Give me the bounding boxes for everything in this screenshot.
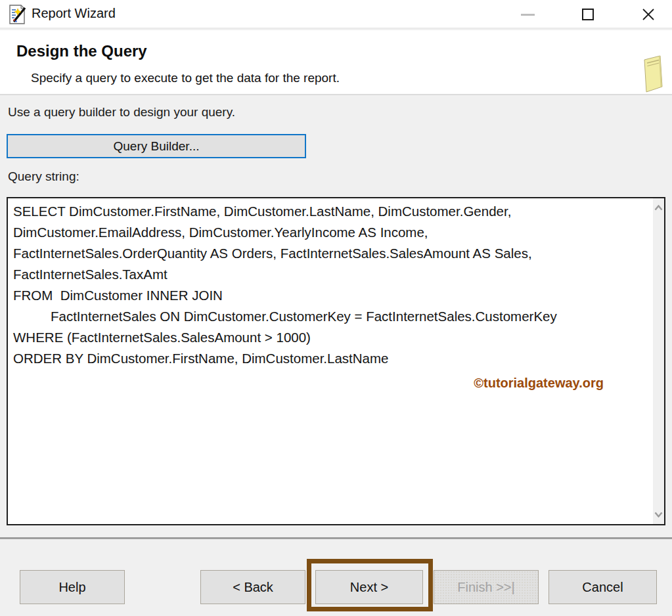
back-button[interactable]: < Back (200, 570, 305, 604)
wizard-header: Design the Query Specify a query to exec… (0, 30, 672, 95)
maximize-button[interactable] (573, 0, 603, 29)
scroll-down-button[interactable] (653, 509, 664, 520)
scroll-up-button[interactable] (653, 202, 664, 213)
window-title: Report Wizard (32, 6, 116, 21)
page-title: Design the Query (16, 42, 147, 60)
help-button[interactable]: Help (20, 570, 125, 604)
query-string-label: Query string: (8, 169, 79, 184)
minimize-button[interactable] (512, 0, 543, 29)
vertical-scrollbar[interactable] (653, 198, 664, 524)
scroll-down-icon (654, 512, 663, 517)
page-subtitle: Specify a query to execute to get the da… (31, 71, 340, 85)
minimize-icon (521, 14, 535, 16)
query-builder-button[interactable]: Query Builder... (7, 134, 306, 158)
query-string-textarea[interactable]: SELECT DimCustomer.FirstName, DimCustome… (7, 197, 665, 525)
footer-separator (0, 537, 672, 539)
scroll-up-icon (654, 205, 663, 211)
report-wizard-app-icon (7, 4, 28, 25)
maximize-icon (582, 9, 594, 20)
close-button[interactable] (633, 0, 663, 29)
watermark-text: ©tutorialgateway.org (474, 376, 604, 391)
cancel-button[interactable]: Cancel (549, 570, 657, 604)
report-wizard-window: Report Wizard Design the Query Specify a… (0, 0, 672, 616)
titlebar: Report Wizard (0, 0, 672, 29)
builder-instruction-label: Use a query builder to design your query… (8, 105, 235, 120)
next-button[interactable]: Next > (315, 570, 423, 604)
report-document-icon (637, 54, 666, 93)
close-icon (641, 7, 656, 22)
query-sql-text[interactable]: SELECT DimCustomer.FirstName, DimCustome… (13, 201, 644, 369)
finish-button[interactable]: Finish >>| (434, 570, 539, 604)
